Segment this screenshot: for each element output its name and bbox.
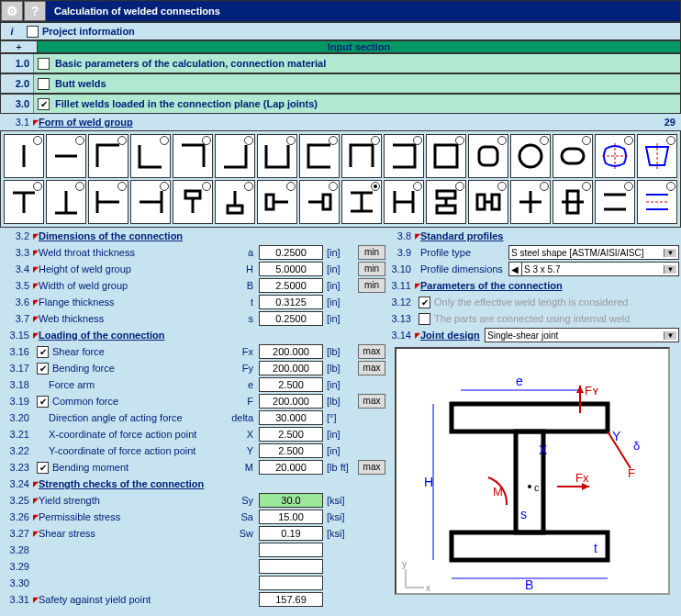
svg-rect-2 [435, 145, 457, 167]
p313-checkbox[interactable] [419, 313, 430, 325]
weld-shape-31[interactable] [637, 180, 677, 224]
expand-plus[interactable]: + [1, 41, 38, 52]
value-input[interactable] [259, 311, 323, 326]
param-row: 3.20 Direction angle of acting forcedelt… [0, 409, 385, 426]
weld-shape-17[interactable] [46, 180, 86, 224]
svg-text:t: t [594, 541, 597, 555]
profile-dim-prev[interactable]: ◀ [508, 262, 521, 276]
p312-checkbox[interactable]: ✔ [419, 297, 430, 308]
value-input[interactable] [259, 245, 323, 260]
section-2[interactable]: 2.0 Butt welds [0, 73, 681, 94]
weld-shape-11[interactable] [468, 134, 508, 178]
weld-shape-19[interactable] [130, 180, 171, 224]
svg-rect-3 [479, 147, 497, 165]
value-input[interactable] [259, 526, 323, 541]
section-2-checkbox[interactable] [38, 78, 50, 90]
param-row: 3.18 Force arme[in] [0, 376, 385, 393]
value-input[interactable] [259, 460, 323, 475]
project-info-row: i Project information [0, 22, 681, 40]
weld-shape-16[interactable] [4, 180, 44, 224]
param-row: 3.30 [0, 575, 385, 591]
max-button[interactable]: max [358, 460, 385, 475]
weld-shape-9[interactable] [384, 134, 424, 178]
weld-shape-14[interactable] [595, 134, 635, 178]
value-input[interactable] [259, 510, 323, 524]
strength-head: 3.24◤ Strength checks of the connection [0, 476, 385, 492]
min-button[interactable]: min [358, 278, 385, 293]
weld-shape-4[interactable] [173, 134, 213, 178]
svg-text:M: M [493, 485, 503, 498]
weld-shape-25[interactable] [384, 180, 424, 224]
row-checkbox[interactable]: ✔ [37, 396, 49, 408]
profile-type-select[interactable]: S steel shape [ASTM/AISI/AISC]▼ [508, 245, 679, 260]
weld-shape-24[interactable] [341, 180, 382, 224]
svg-text:Fʏ: Fʏ [585, 384, 599, 398]
weld-shape-26[interactable] [426, 180, 466, 224]
value-input[interactable] [259, 295, 323, 309]
weld-shape-29[interactable] [553, 180, 593, 224]
weld-shape-10[interactable] [426, 134, 466, 178]
value-input[interactable] [259, 576, 323, 590]
value-input[interactable] [259, 427, 323, 442]
max-button[interactable]: max [358, 344, 385, 359]
params-head: 3.11◤ Parameters of the connection [385, 277, 679, 294]
weld-shape-22[interactable] [257, 180, 297, 224]
svg-rect-36 [492, 195, 499, 209]
svg-point-4 [519, 145, 541, 167]
section-3[interactable]: 3.0 ✔ Fillet welds loaded in the connect… [0, 94, 681, 114]
app-title: Calculation of welded connections [47, 6, 220, 17]
row-checkbox[interactable]: ✔ [37, 462, 49, 474]
weld-shape-27[interactable] [468, 180, 508, 224]
weld-shape-7[interactable] [299, 134, 340, 178]
dimensions-head: 3.2◤ Dimensions of the connection [0, 228, 385, 244]
value-input[interactable] [259, 493, 323, 508]
weld-shape-3[interactable] [130, 134, 171, 178]
joint-design-select[interactable]: Single-shear joint▼ [485, 328, 679, 342]
profile-dim-select[interactable]: S 3 x 5.7▼ [521, 262, 679, 276]
value-input[interactable] [259, 262, 323, 276]
weld-shape-12[interactable] [510, 134, 551, 178]
weld-shape-18[interactable] [88, 180, 128, 224]
weld-shape-20[interactable] [173, 180, 213, 224]
max-button[interactable]: max [358, 361, 385, 375]
row-checkbox[interactable]: ✔ [37, 363, 49, 375]
min-button[interactable]: min [358, 262, 385, 276]
value-input[interactable] [259, 278, 323, 293]
weld-shape-30[interactable] [595, 180, 635, 224]
weld-shape-21[interactable] [215, 180, 255, 224]
weld-shape-13[interactable] [553, 134, 593, 178]
svg-text:F: F [628, 466, 635, 480]
weld-shape-6[interactable] [257, 134, 297, 178]
value-input[interactable] [259, 361, 323, 375]
value-input[interactable] [259, 394, 323, 409]
value-input[interactable] [259, 344, 323, 359]
weld-shape-0[interactable] [4, 134, 44, 178]
app-icon[interactable]: ⚙ [1, 1, 23, 21]
value-input[interactable] [259, 377, 323, 392]
param-row: 3.3◤Weld throat thicknessa[in]min [0, 244, 385, 261]
help-icon[interactable]: ? [24, 1, 46, 21]
param-row: 3.7◤Web thicknesss[in] [0, 310, 385, 327]
min-button[interactable]: min [358, 245, 385, 260]
value-input[interactable] [259, 443, 323, 458]
weld-shape-2[interactable] [88, 134, 128, 178]
project-info-checkbox[interactable] [27, 26, 39, 38]
section-1-checkbox[interactable] [38, 58, 50, 70]
value-input[interactable] [259, 559, 323, 574]
weld-shape-15[interactable] [637, 134, 677, 178]
svg-text:y: y [402, 559, 407, 569]
max-button[interactable]: max [358, 394, 385, 409]
value-input[interactable] [259, 543, 323, 557]
weld-shape-23[interactable] [299, 180, 340, 224]
svg-rect-5 [562, 149, 584, 163]
section-3-checkbox[interactable]: ✔ [38, 98, 50, 110]
value-input[interactable] [259, 592, 323, 607]
weld-shape-1[interactable] [46, 134, 86, 178]
info-i: i [1, 26, 23, 37]
weld-shape-8[interactable] [341, 134, 382, 178]
weld-shape-28[interactable] [510, 180, 551, 224]
weld-shape-5[interactable] [215, 134, 255, 178]
row-checkbox[interactable]: ✔ [37, 346, 49, 358]
section-1[interactable]: 1.0 Basic parameters of the calculation,… [0, 53, 681, 73]
value-input[interactable] [259, 410, 323, 425]
